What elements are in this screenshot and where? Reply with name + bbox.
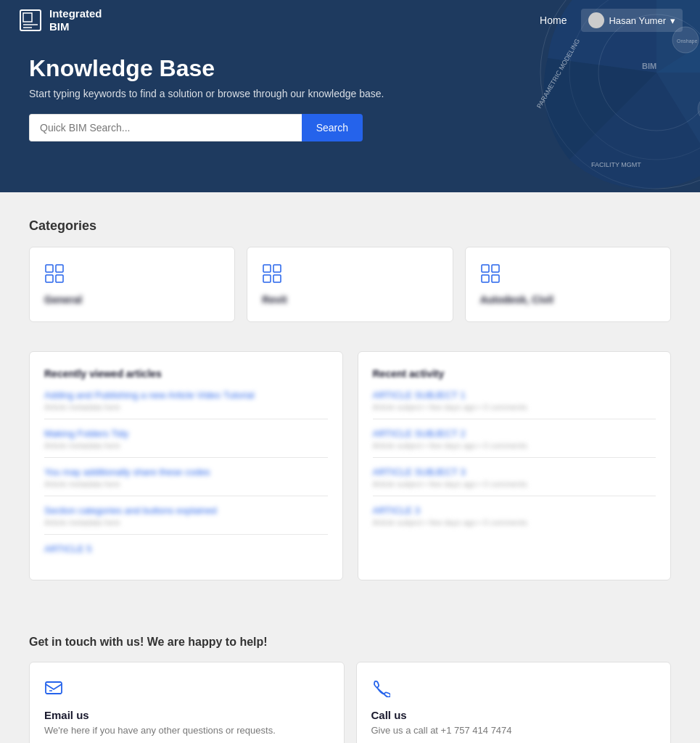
user-avatar — [588, 12, 604, 28]
contact-title: Get in touch with us! We are happy to he… — [29, 636, 671, 649]
svg-rect-24 — [263, 265, 271, 272]
article-title: Section categories and buttons explained — [44, 505, 328, 516]
email-desc: We're here if you have any other questio… — [44, 725, 329, 736]
recently-viewed-card: Recently viewed articles Adding and Publ… — [29, 351, 343, 580]
svg-rect-20 — [46, 265, 53, 272]
hero-title: Knowledge Base — [29, 55, 671, 82]
categories-title: Categories — [29, 218, 671, 234]
logo-text-2: BIM — [49, 20, 102, 33]
svg-rect-17 — [23, 13, 32, 22]
list-item[interactable]: Section categories and buttons explained… — [44, 505, 328, 535]
category-name-revit: Revit — [262, 294, 437, 305]
categories-grid: General Revit — [29, 247, 671, 322]
article-title: ARTICLE 3 — [373, 505, 656, 516]
article-title: You may additionally share these codes — [44, 467, 328, 477]
svg-rect-26 — [263, 275, 271, 282]
logo-icon — [17, 7, 44, 33]
recent-activity-card: Recent activity ARTICLE SUBJECT 1 Articl… — [358, 351, 672, 580]
article-meta: Article subject • few days ago • 0 comme… — [373, 518, 656, 527]
svg-rect-22 — [46, 275, 53, 282]
article-title: ARTICLE 5 — [44, 543, 328, 554]
list-item[interactable]: Making Folders Tidy Article metadata her… — [44, 428, 328, 458]
email-title: Email us — [44, 709, 329, 721]
category-card-general[interactable]: General — [29, 247, 235, 322]
category-icon-revit — [262, 263, 437, 287]
call-desc: Give us a call at +1 757 414 7474 — [371, 725, 656, 736]
hero-content: Knowledge Base Start typing keywords to … — [0, 41, 700, 171]
list-item[interactable]: ARTICLE SUBJECT 2 Article subject • few … — [373, 428, 656, 458]
article-meta: Article metadata here — [44, 441, 328, 450]
article-title: ARTICLE SUBJECT 1 — [373, 390, 656, 401]
svg-rect-27 — [273, 275, 281, 282]
svg-rect-28 — [482, 265, 489, 272]
list-item[interactable]: ARTICLE SUBJECT 3 Article subject • few … — [373, 467, 656, 496]
svg-rect-32 — [46, 682, 62, 694]
main-content: Categories General — [0, 192, 700, 636]
svg-rect-23 — [56, 275, 63, 282]
categories-section: Categories General — [29, 218, 671, 322]
recent-activity-title: Recent activity — [373, 368, 656, 379]
list-item[interactable]: ARTICLE 5 — [44, 543, 328, 564]
article-title: ARTICLE SUBJECT 2 — [373, 428, 656, 439]
category-name-general: General — [44, 294, 220, 305]
nav-right: Home Hasan Yumer ▾ — [540, 9, 683, 32]
category-icon-autodesk — [480, 263, 656, 287]
activity-grid: Recently viewed articles Adding and Publ… — [29, 351, 671, 580]
svg-rect-25 — [273, 265, 281, 272]
list-item[interactable]: ARTICLE SUBJECT 1 Article subject • few … — [373, 390, 656, 419]
article-meta: Article metadata here — [44, 480, 328, 488]
article-meta: Article subject • few days ago • 0 comme… — [373, 480, 656, 488]
call-title: Call us — [371, 709, 656, 721]
article-title: Making Folders Tidy — [44, 428, 328, 439]
logo-text: Integrated — [49, 7, 102, 20]
category-name-autodesk: Autodesk, Civil — [480, 294, 656, 305]
contact-section: Get in touch with us! We are happy to he… — [0, 636, 700, 743]
list-item[interactable]: Adding and Publishing a new Article Vide… — [44, 390, 328, 419]
hero-subtitle: Start typing keywords to find a solution… — [29, 88, 671, 99]
category-icon-general — [44, 263, 220, 287]
navbar: Integrated BIM Home Hasan Yumer ▾ — [0, 0, 700, 41]
article-meta: Article metadata here — [44, 518, 328, 527]
phone-icon — [371, 678, 656, 702]
category-card-autodesk[interactable]: Autodesk, Civil — [465, 247, 671, 322]
article-meta: Article subject • few days ago • 0 comme… — [373, 403, 656, 411]
recently-viewed-title: Recently viewed articles — [44, 368, 328, 379]
article-title: Adding and Publishing a new Article Vide… — [44, 390, 328, 401]
hero-section: COLLABORATION DATA MANAGEMENT FACILITY M… — [0, 0, 700, 192]
chevron-down-icon: ▾ — [670, 15, 675, 26]
user-name: Hasan Yumer — [609, 15, 666, 26]
svg-rect-31 — [492, 275, 499, 282]
contact-grid: Email us We're here if you have any othe… — [29, 662, 671, 743]
svg-rect-21 — [56, 265, 63, 272]
article-title: ARTICLE SUBJECT 3 — [373, 467, 656, 477]
list-item[interactable]: ARTICLE 3 Article subject • few days ago… — [373, 505, 656, 534]
search-button[interactable]: Search — [302, 114, 363, 141]
category-card-revit[interactable]: Revit — [247, 247, 453, 322]
svg-rect-30 — [482, 275, 489, 282]
call-card[interactable]: Call us Give us a call at +1 757 414 747… — [356, 662, 672, 743]
article-meta: Article metadata here — [44, 403, 328, 411]
nav-home-link[interactable]: Home — [540, 15, 567, 26]
email-card[interactable]: Email us We're here if you have any othe… — [29, 662, 345, 743]
search-bar: Search — [29, 114, 363, 141]
list-item[interactable]: You may additionally share these codes A… — [44, 467, 328, 496]
user-menu-button[interactable]: Hasan Yumer ▾ — [581, 9, 683, 32]
search-input[interactable] — [29, 114, 302, 141]
logo[interactable]: Integrated BIM — [17, 7, 102, 33]
svg-rect-29 — [492, 265, 499, 272]
email-icon — [44, 678, 329, 702]
article-meta: Article subject • few days ago • 0 comme… — [373, 441, 656, 450]
